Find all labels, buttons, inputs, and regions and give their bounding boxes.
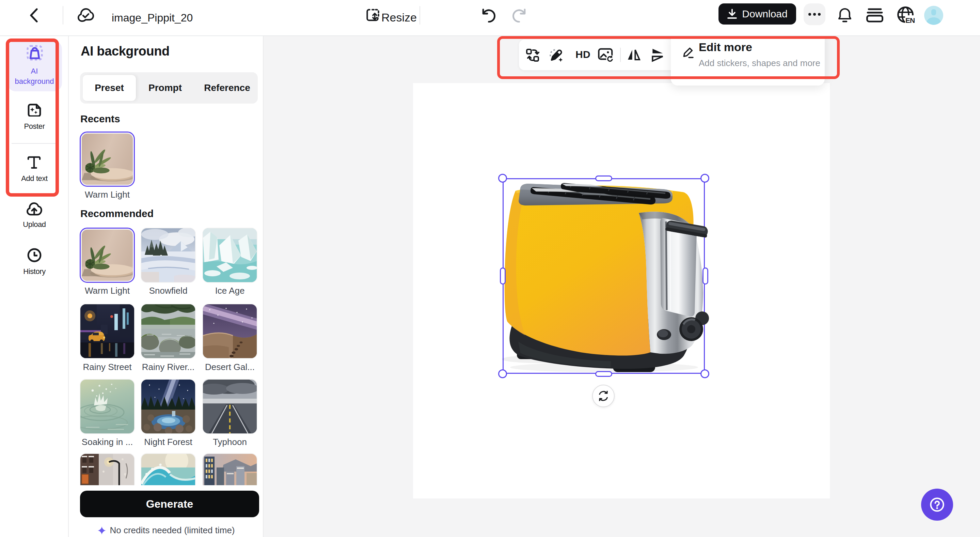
svg-text:EN: EN [905, 16, 915, 24]
